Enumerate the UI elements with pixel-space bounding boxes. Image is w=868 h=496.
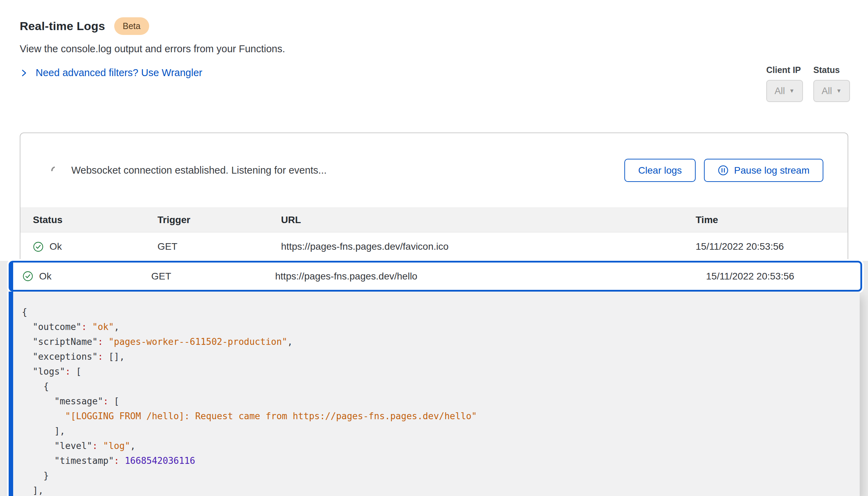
client-ip-select[interactable]: All ▼ (766, 80, 803, 102)
log-table-header: Status Trigger URL Time (20, 208, 848, 232)
chevron-down-icon: ▼ (789, 88, 795, 94)
page-title: Real-time Logs (20, 19, 105, 33)
column-header-time: Time (696, 214, 848, 226)
filter-client-ip: Client IP All ▼ (766, 65, 803, 102)
row-status: Ok (49, 241, 62, 252)
row-status: Ok (39, 271, 52, 282)
client-ip-label: Client IP (766, 65, 801, 75)
column-header-url: URL (281, 214, 696, 226)
websocket-status-message: Websocket connection established. Listen… (71, 165, 327, 176)
chevron-right-icon (20, 69, 28, 77)
column-header-trigger: Trigger (157, 214, 281, 226)
chevron-down-icon: ▼ (836, 88, 842, 94)
check-circle-icon (33, 241, 44, 252)
log-json: { "outcome": "ok", "scriptName": "pages-… (22, 305, 846, 496)
page-subtitle: View the console.log output and errors f… (20, 43, 285, 55)
log-detail-panel: { "outcome": "ok", "scriptName": "pages-… (9, 292, 860, 496)
wrangler-link[interactable]: Need advanced filters? Use Wrangler (36, 67, 202, 79)
column-header-status: Status (33, 214, 157, 226)
row-trigger: GET (151, 271, 275, 282)
filter-status: Status All ▼ (813, 65, 850, 102)
expanded-log-entry: Ok GET https://pages-fns.pages.dev/hello… (9, 261, 862, 496)
wrangler-link-row[interactable]: Need advanced filters? Use Wrangler (20, 67, 285, 79)
status-label: Status (813, 65, 840, 75)
row-time: 15/11/2022 20:53:56 (706, 271, 860, 282)
check-circle-icon (22, 271, 33, 282)
pause-log-stream-label: Pause log stream (734, 165, 810, 176)
row-url: https://pages-fns.pages.dev/favicon.ico (281, 241, 696, 252)
spinner-icon (49, 165, 61, 176)
table-row[interactable]: Ok GET https://pages-fns.pages.dev/favic… (20, 232, 848, 261)
client-ip-value: All (775, 86, 785, 97)
pause-log-stream-button[interactable]: Pause log stream (704, 159, 823, 182)
row-time: 15/11/2022 20:53:56 (696, 241, 848, 252)
status-select[interactable]: All ▼ (813, 80, 850, 102)
row-url: https://pages-fns.pages.dev/hello (275, 271, 706, 282)
beta-badge: Beta (114, 17, 149, 35)
page-header: Real-time Logs Beta View the console.log… (20, 17, 285, 79)
filters: Client IP All ▼ Status All ▼ (766, 65, 850, 102)
table-row-selected[interactable]: Ok GET https://pages-fns.pages.dev/hello… (9, 261, 862, 292)
clear-logs-label: Clear logs (638, 165, 682, 176)
row-trigger: GET (157, 241, 281, 252)
websocket-status-row: Websocket connection established. Listen… (20, 133, 848, 208)
status-value: All (822, 86, 832, 97)
pause-icon (718, 165, 729, 176)
clear-logs-button[interactable]: Clear logs (624, 159, 696, 182)
